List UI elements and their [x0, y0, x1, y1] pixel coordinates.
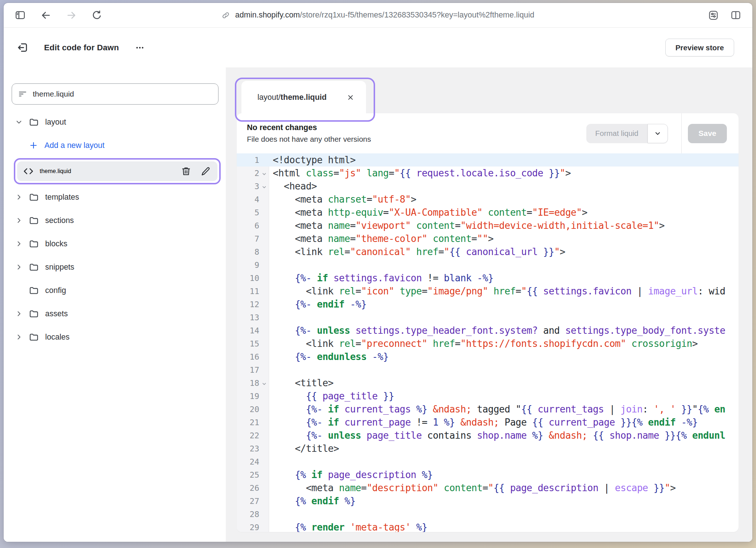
code-line-9[interactable]: 9 — [237, 258, 739, 271]
sidebar-item-sections[interactable]: sections — [4, 209, 226, 232]
code-line-14[interactable]: 14 {%- unless settings.type_header_font.… — [237, 324, 739, 337]
sidebar-item-templates[interactable]: templates — [4, 185, 226, 209]
reload-icon[interactable] — [91, 10, 102, 21]
line-number: 28 — [237, 510, 259, 519]
sidebar-item-label: Add a new layout — [44, 141, 105, 150]
chevron-right-icon[interactable] — [15, 193, 24, 201]
sidebar-panel-icon[interactable] — [15, 9, 26, 21]
chevron-right-icon[interactable] — [15, 263, 24, 271]
preview-store-button[interactable]: Preview store — [665, 39, 734, 56]
code-line-26[interactable]: 26 <meta name="description" content="{{ … — [237, 481, 739, 494]
code-line-11[interactable]: 11 <link rel="icon" type="image/png" hre… — [237, 285, 739, 298]
line-number: 8 — [237, 247, 259, 257]
format-liquid-caret[interactable] — [647, 124, 668, 143]
code-line-text: <title> — [269, 377, 334, 388]
file-sidebar: layoutAdd a new layouttheme.liquidtempla… — [4, 67, 226, 542]
address-bar[interactable]: admin.shopify.com/store/rzq1xu-f5/themes… — [222, 3, 534, 27]
code-line-text: {%- if settings.favicon != blank -%} — [269, 273, 493, 283]
code-line-24[interactable]: 24 — [237, 455, 739, 468]
code-line-text: <link rel="icon" type="image/png" href="… — [269, 286, 725, 297]
chevron-right-icon[interactable] — [15, 216, 24, 225]
search-input[interactable] — [33, 90, 212, 98]
sidebar-item-blocks[interactable]: blocks — [4, 232, 226, 255]
code-line-22[interactable]: 22 {%- unless page_title contains shop.n… — [237, 429, 739, 442]
folder-icon — [29, 239, 39, 249]
pencil-icon[interactable] — [201, 166, 211, 176]
line-number: 2 — [237, 169, 259, 178]
add-new-layout-button[interactable]: Add a new layout — [4, 134, 226, 157]
sidebar-item-snippets[interactable]: snippets — [4, 255, 226, 279]
code-line-1[interactable]: 1<!doctype html> — [237, 153, 739, 167]
sidebar-item-label: assets — [45, 309, 68, 318]
chevron-down-icon[interactable] — [15, 118, 24, 126]
code-line-4[interactable]: 4 <meta charset="utf-8"> — [237, 193, 739, 206]
fold-toggle-icon[interactable] — [259, 381, 269, 387]
code-line-23[interactable]: 23 </title> — [237, 442, 739, 455]
page-settings-icon[interactable] — [708, 9, 719, 21]
chevron-right-icon[interactable] — [15, 309, 24, 318]
close-icon[interactable] — [347, 94, 354, 101]
sidebar-item-config[interactable]: config — [4, 279, 226, 302]
code-line-5[interactable]: 5 <meta http-equiv="X-UA-Compatible" con… — [237, 206, 739, 219]
tab-theme-liquid[interactable]: layout/theme.liquid — [241, 81, 366, 114]
line-number: 22 — [237, 431, 259, 440]
code-line-8[interactable]: 8 <link rel="canonical" href="{{ canonic… — [237, 245, 739, 258]
exit-icon[interactable] — [17, 42, 29, 54]
chevron-right-icon[interactable] — [15, 239, 24, 248]
code-line-19[interactable]: 19 {{ page_title }} — [237, 390, 739, 403]
file-tree: layoutAdd a new layouttheme.liquidtempla… — [4, 110, 226, 349]
fold-toggle-icon[interactable] — [259, 184, 269, 190]
fold-toggle-icon[interactable] — [259, 171, 269, 177]
trash-icon[interactable] — [181, 166, 191, 176]
code-line-16[interactable]: 16 {%- endunless -%} — [237, 350, 739, 363]
file-search-box[interactable] — [12, 83, 218, 105]
line-number: 29 — [237, 523, 259, 532]
line-number: 15 — [237, 339, 259, 348]
header-divider — [681, 113, 682, 153]
code-line-15[interactable]: 15 <link rel="preconnect" href="https://… — [237, 337, 739, 350]
code-line-29[interactable]: 29 {% render 'meta-tags' %} — [237, 521, 739, 532]
folder-icon — [29, 309, 39, 319]
code-line-text: {%- unless page_title contains shop.name… — [269, 430, 725, 441]
line-number: 17 — [237, 365, 259, 375]
code-line-2[interactable]: 2<html class="js" lang="{{ request.local… — [237, 167, 739, 180]
sidebar-item-theme-liquid[interactable]: theme.liquid — [17, 161, 217, 181]
sidebar-item-assets[interactable]: assets — [4, 302, 226, 325]
code-line-21[interactable]: 21 {%- if current_page != 1 %} &ndash; P… — [237, 416, 739, 429]
folder-icon — [29, 332, 39, 342]
code-line-18[interactable]: 18 <title> — [237, 376, 739, 390]
folder-icon — [29, 215, 39, 226]
split-view-icon[interactable] — [730, 9, 741, 21]
code-line-17[interactable]: 17 — [237, 363, 739, 376]
code-line-6[interactable]: 6 <meta name="viewport" content="width=d… — [237, 219, 739, 232]
code-line-27[interactable]: 27 {% endif %} — [237, 494, 739, 508]
line-number: 10 — [237, 274, 259, 283]
sidebar-item-layout[interactable]: layout — [4, 110, 226, 134]
sidebar-item-label: templates — [45, 193, 79, 202]
line-number: 5 — [237, 208, 259, 217]
code-editor[interactable]: 1<!doctype html>2<html class="js" lang="… — [237, 153, 739, 532]
code-line-text: <head> — [269, 181, 317, 192]
line-number: 7 — [237, 234, 259, 243]
code-line-text: <meta name="theme-color" content=""> — [269, 233, 493, 244]
code-line-13[interactable]: 13 — [237, 311, 739, 324]
chevron-right-icon[interactable] — [15, 333, 24, 341]
forward-icon[interactable] — [66, 10, 77, 21]
code-line-7[interactable]: 7 <meta name="theme-color" content=""> — [237, 232, 739, 245]
code-line-text: <link rel="preconnect" href="https://fon… — [269, 338, 698, 349]
line-number: 24 — [237, 457, 259, 466]
tab-label: layout/theme.liquid — [257, 93, 327, 102]
more-actions-icon[interactable] — [135, 43, 145, 52]
code-line-28[interactable]: 28 — [237, 508, 739, 521]
code-line-25[interactable]: 25 {% if page_description %} — [237, 468, 739, 481]
line-number: 27 — [237, 497, 259, 506]
code-line-20[interactable]: 20 {%- if current_tags %} &ndash; tagged… — [237, 403, 739, 416]
code-line-10[interactable]: 10 {%- if settings.favicon != blank -%} — [237, 271, 739, 285]
save-button[interactable]: Save — [688, 124, 727, 143]
sidebar-item-locales[interactable]: locales — [4, 325, 226, 349]
format-liquid-button[interactable]: Format liquid — [586, 124, 648, 143]
code-line-12[interactable]: 12 {%- endif -%} — [237, 298, 739, 311]
plus-icon — [29, 141, 38, 150]
back-icon[interactable] — [40, 10, 51, 21]
code-line-3[interactable]: 3 <head> — [237, 180, 739, 193]
